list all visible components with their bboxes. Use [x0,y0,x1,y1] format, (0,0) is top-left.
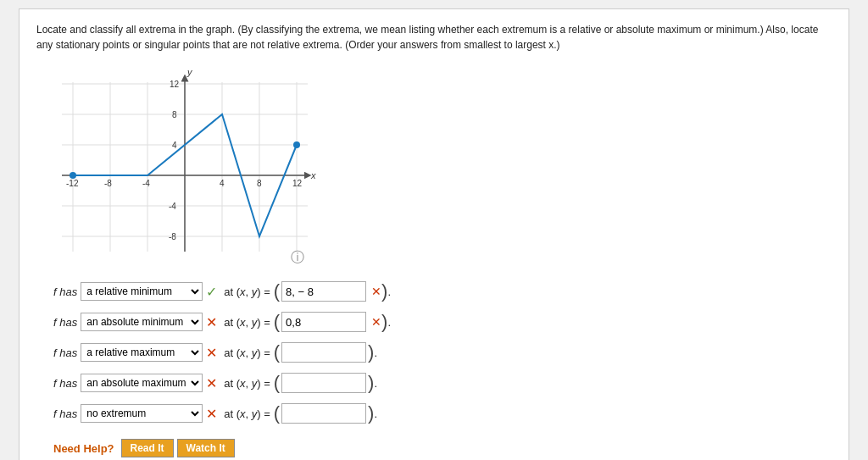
dropdown-2[interactable]: a relative minimum an absolute minimum a… [81,313,203,331]
form-rows: f has a relative minimum an absolute min… [36,281,832,424]
info-icon: ⓘ [291,250,304,264]
svg-text:4: 4 [220,179,225,188]
f-has-label-2: f has [53,316,77,329]
dropdown-1[interactable]: a relative minimum an absolute minimum a… [81,282,203,301]
x-mark-2: ✕ [371,315,381,329]
close-paren-1: ) [381,282,387,301]
coord-input-5[interactable] [281,403,366,424]
f-has-label-5: f has [53,407,77,420]
svg-text:12: 12 [292,179,303,188]
paren-group-4: ( ) . [274,373,377,393]
at-xy-label-4: at (x, y) = [224,377,270,390]
point-left [70,172,76,179]
svg-text:12: 12 [170,80,180,89]
graph-area: x y -12 -8 -4 4 8 12 -8 -4 4 8 12 ⓘ [36,65,832,269]
svg-text:4: 4 [172,141,177,150]
x-icon-5: ✕ [206,406,217,422]
close-paren-5: ) [368,404,374,423]
svg-text:-4: -4 [169,202,176,211]
x-icon-3: ✕ [206,345,217,361]
main-container: Locate and classify all extrema in the g… [19,8,849,460]
open-paren-2: ( [274,313,280,331]
check-icon-1: ✓ [206,284,217,300]
f-has-label-3: f has [53,346,77,359]
svg-text:-8: -8 [104,179,112,188]
form-row-2: f has a relative minimum an absolute min… [53,312,832,332]
f-has-label-4: f has [53,377,77,390]
svg-text:-12: -12 [66,179,79,188]
graph-svg: x y -12 -8 -4 4 8 12 -8 -4 4 8 12 ⓘ [53,65,325,269]
form-row-1: f has a relative minimum an absolute min… [53,281,832,302]
close-paren-4: ) [368,374,374,392]
svg-text:8: 8 [172,110,177,119]
need-help-label: Need Help? [53,442,114,455]
svg-text:-4: -4 [142,179,150,188]
dropdown-4[interactable]: a relative minimum an absolute minimum a… [81,374,203,392]
form-row-4: f has a relative minimum an absolute min… [53,373,832,393]
dropdown-5[interactable]: a relative minimum an absolute minimum a… [81,404,203,423]
svg-text:8: 8 [257,179,262,188]
paren-group-1: ( ✕ ) . [274,281,391,302]
x-icon-4: ✕ [206,375,217,391]
f-has-label-1: f has [53,285,77,298]
watch-it-button[interactable]: Watch It [177,439,235,457]
help-row: Need Help? Read It Watch It [36,439,832,457]
svg-text:y: y [186,67,193,77]
at-xy-label-2: at (x, y) = [224,316,270,329]
coord-input-1[interactable] [281,281,366,302]
open-paren-5: ( [274,404,280,423]
paren-group-2: ( ✕ ) . [274,312,391,332]
svg-text:-8: -8 [169,232,176,241]
open-paren-3: ( [274,343,280,362]
x-icon-2: ✕ [206,314,217,330]
x-mark-1: ✕ [371,285,381,298]
at-xy-label-1: at (x, y) = [224,285,270,298]
read-it-button[interactable]: Read It [121,439,174,457]
paren-group-5: ( ) . [274,403,377,424]
at-xy-label-3: at (x, y) = [224,346,270,359]
form-row-3: f has a relative minimum an absolute min… [53,342,832,363]
point-right [293,141,300,148]
problem-text: Locate and classify all extrema in the g… [36,22,832,53]
open-paren-4: ( [274,374,280,392]
close-paren-2: ) [381,313,387,331]
dropdown-3[interactable]: a relative minimum an absolute minimum a… [81,343,203,362]
at-xy-label-5: at (x, y) = [224,407,270,420]
coord-input-2[interactable] [281,312,366,332]
coord-input-3[interactable] [281,342,366,363]
close-paren-3: ) [368,343,374,362]
coord-input-4[interactable] [281,373,366,393]
svg-text:x: x [310,170,316,180]
paren-group-3: ( ) . [274,342,377,363]
open-paren-1: ( [274,282,280,301]
form-row-5: f has a relative minimum an absolute min… [53,403,832,424]
